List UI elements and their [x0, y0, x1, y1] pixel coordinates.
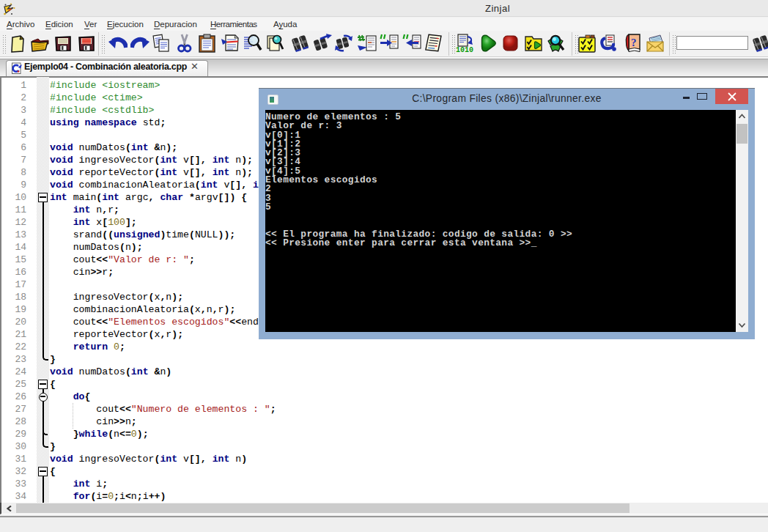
svg-text:1010: 1010 [456, 46, 473, 53]
svg-text:?: ? [631, 37, 637, 48]
